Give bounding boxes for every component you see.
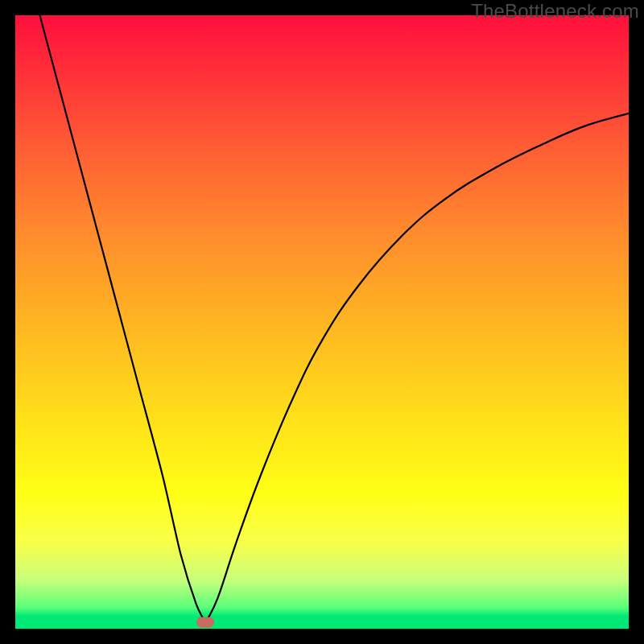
minimum-marker — [196, 617, 214, 628]
watermark-text: TheBottleneck.com — [471, 0, 639, 23]
bottleneck-curve — [15, 15, 629, 629]
chart-plot-area — [15, 15, 629, 629]
curve-path — [39, 15, 629, 622]
